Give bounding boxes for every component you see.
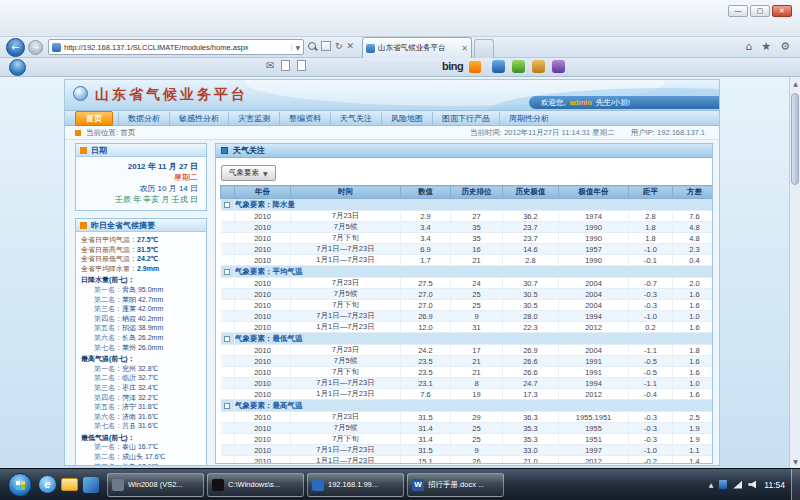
nav-item-4[interactable]: 整编资料 xyxy=(279,112,330,125)
table-row[interactable]: 20107月23日31.52936.31955,1951-0.32.5 xyxy=(221,412,714,423)
table-row[interactable]: 20101月1日—7月23日15.12621.02012-0.21.4 xyxy=(221,456,714,465)
search-icon[interactable] xyxy=(308,42,317,51)
table-cell: 1.6 xyxy=(673,356,714,367)
forward-button[interactable]: → xyxy=(28,40,43,55)
task-buttons: Win2008 (VS2...C:\Windows\s...192.168.1.… xyxy=(107,473,504,497)
table-row[interactable]: 20101月1日—7月23日12.03122.320120.21.6 xyxy=(221,322,714,333)
table-row[interactable]: 20107月23日2.92736.219742.87.6 xyxy=(221,211,714,222)
rank-value: 青岛 95.0mm xyxy=(122,286,163,293)
table-cell: 1.9 xyxy=(673,423,714,434)
table-row[interactable]: 20107月5候31.42535.31955-0.31.9 xyxy=(221,423,714,434)
nav-item-6[interactable]: 风险地图 xyxy=(381,112,432,125)
nav-item-2[interactable]: 敏感性分析 xyxy=(169,112,228,125)
table-row[interactable]: 20107月1日—7月23日6.91614.61957-1.02.3 xyxy=(221,244,714,255)
table-row[interactable]: 20107月1日—7月23日31.5933.01997-1.01.1 xyxy=(221,445,714,456)
taskbar-button[interactable]: 192.168.1.99... xyxy=(307,473,404,497)
maximize-button[interactable]: ▢ xyxy=(750,5,770,17)
media-player-icon[interactable] xyxy=(83,477,99,493)
table-row[interactable]: 20107月23日27.52430.72004-0.72.0 xyxy=(221,278,714,289)
explorer-folder-icon[interactable] xyxy=(61,478,78,491)
toolbar-app-icon-orange[interactable] xyxy=(532,60,545,73)
scroll-down-icon[interactable]: ▼ xyxy=(790,456,800,467)
table-cell: 1.0 xyxy=(673,378,714,389)
toolbar-app-icon-green[interactable] xyxy=(512,60,525,73)
nav-item-1[interactable]: 数据分析 xyxy=(118,112,169,125)
taskbar-button[interactable]: Win2008 (VS2... xyxy=(107,473,204,497)
table-cell: -0.3 xyxy=(629,289,673,300)
bing-tile-icon[interactable] xyxy=(469,61,481,73)
section-checkbox[interactable] xyxy=(224,403,230,409)
start-button[interactable] xyxy=(8,473,32,497)
settings-gear-icon[interactable]: ⚙ xyxy=(780,40,790,53)
nav-item-8[interactable]: 周期性分析 xyxy=(499,112,558,125)
browser-toolbar xyxy=(0,58,800,77)
close-button[interactable]: ✕ xyxy=(772,5,792,17)
toolbar-app-icon-purple[interactable] xyxy=(552,60,565,73)
scrollbar-thumb[interactable] xyxy=(791,93,799,185)
internet-explorer-icon[interactable]: e xyxy=(39,476,56,493)
taskbar-clock[interactable]: 11:54 xyxy=(762,480,791,490)
section-checkbox[interactable] xyxy=(224,336,230,342)
table-cell: 1994 xyxy=(559,378,629,389)
taskbar-button[interactable]: C:\Windows\s... xyxy=(207,473,304,497)
compatibility-icon[interactable] xyxy=(321,41,331,51)
show-desktop-button[interactable] xyxy=(791,469,800,500)
table-row[interactable]: 20101月1日—7月23日7.61917.32012-0.41.6 xyxy=(221,389,714,400)
table-row[interactable]: 20107月下旬3.43523.719901.84.8 xyxy=(221,233,714,244)
nav-item-3[interactable]: 灾害监测 xyxy=(228,112,279,125)
refresh-icon[interactable]: ↻ xyxy=(335,40,343,52)
new-tab-button[interactable] xyxy=(474,39,494,58)
table-row[interactable]: 20107月1日—7月23日23.1824.71994-1.11.0 xyxy=(221,378,714,389)
table-cell: 4.8 xyxy=(673,222,714,233)
element-filter-button[interactable]: 气象要素 ▼ xyxy=(221,165,276,181)
table-cell: 7月5候 xyxy=(291,222,401,233)
table-row[interactable]: 20107月23日24.21726.92004-1.11.8 xyxy=(221,345,714,356)
scroll-up-icon[interactable]: ▲ xyxy=(790,78,800,89)
back-button[interactable]: ← xyxy=(6,38,25,57)
address-dropdown-icon[interactable]: ▼ xyxy=(291,44,303,51)
print-icon[interactable] xyxy=(297,60,306,71)
section-checkbox[interactable] xyxy=(224,269,230,275)
table-cell: 1957 xyxy=(559,244,629,255)
table-cell: 22.3 xyxy=(503,322,559,333)
table-row[interactable]: 20101月1日—7月23日1.7212.81990-0.10.4 xyxy=(221,255,714,266)
vertical-scrollbar[interactable]: ▲ ▼ xyxy=(789,77,800,468)
nav-item-0[interactable]: 首页 xyxy=(75,111,113,126)
address-bar[interactable]: http://192.168.137.1/SLCCLIMATE/modules/… xyxy=(48,39,304,55)
round-toolbar-button[interactable] xyxy=(9,59,26,76)
rank-item: 第三名：蓬莱 42.0mm xyxy=(81,304,204,314)
table-row[interactable]: 20107月下旬31.42535.31951-0.31.9 xyxy=(221,434,714,445)
table-row[interactable]: 20107月1日—7月23日26.9928.01994-1.01.0 xyxy=(221,311,714,322)
taskbar-button-label: 192.168.1.99... xyxy=(328,480,378,489)
table-cell: 2010 xyxy=(235,278,291,289)
nav-item-5[interactable]: 天气关注 xyxy=(330,112,381,125)
minimize-button[interactable]: — xyxy=(728,5,748,17)
volume-icon[interactable] xyxy=(748,481,756,489)
browser-tab[interactable]: 山东省气候业务平台 ✕ xyxy=(362,37,472,58)
table-row[interactable]: 20107月下旬27.02530.52004-0.31.6 xyxy=(221,300,714,311)
stop-icon[interactable]: ✕ xyxy=(347,40,355,52)
table-row[interactable]: 20107月5候3.43523.719901.84.8 xyxy=(221,222,714,233)
table-cell: 1991 xyxy=(559,367,629,378)
nav-item-7[interactable]: 图面下行产品 xyxy=(432,112,499,125)
action-center-icon[interactable] xyxy=(719,480,727,489)
document-icon[interactable] xyxy=(281,60,290,71)
table-row[interactable]: 20107月5候27.02530.52004-0.31.6 xyxy=(221,289,714,300)
table-row[interactable]: 20107月下旬23.52126.61991-0.51.6 xyxy=(221,367,714,378)
taskbar-button[interactable]: W招行手册.docx ... xyxy=(407,473,504,497)
home-icon[interactable]: ⌂ xyxy=(745,40,752,53)
tab-close-icon[interactable]: ✕ xyxy=(458,44,468,53)
section-checkbox[interactable] xyxy=(224,202,230,208)
bing-logo[interactable]: bing xyxy=(442,60,463,72)
network-icon[interactable] xyxy=(733,481,742,489)
table-cell: 26.9 xyxy=(401,311,451,322)
tab-title: 山东省气候业务平台 xyxy=(378,43,458,53)
toolbar-app-icon-blue[interactable] xyxy=(492,60,505,73)
breadcrumb[interactable]: 当前位置: 首页 xyxy=(86,128,135,138)
url-text[interactable]: http://192.168.137.1/SLCCLIMATE/modules/… xyxy=(64,43,291,52)
mail-icon[interactable]: ✉ xyxy=(266,60,274,71)
favorites-star-icon[interactable]: ★ xyxy=(761,40,771,53)
tray-expand-icon[interactable]: ▲ xyxy=(709,481,714,488)
table-cell: 8 xyxy=(451,378,503,389)
table-row[interactable]: 20107月5候23.52126.61991-0.51.6 xyxy=(221,356,714,367)
